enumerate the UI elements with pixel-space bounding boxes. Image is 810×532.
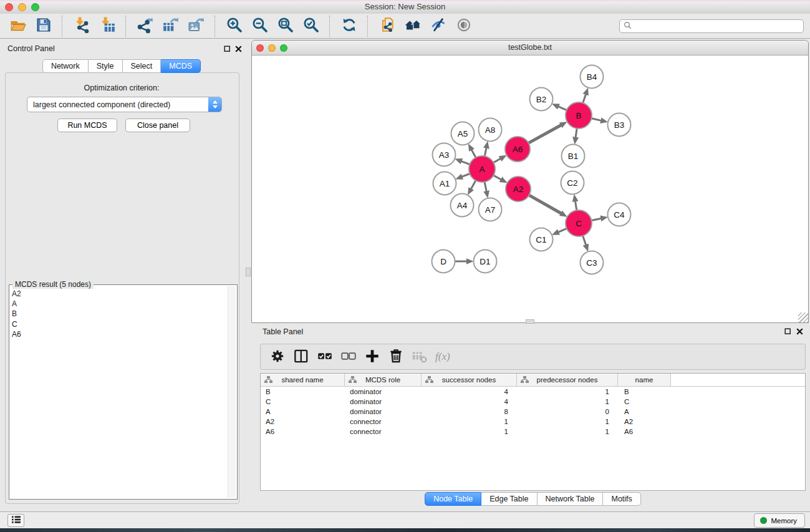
control-panel-float-button[interactable] [223, 45, 231, 54]
graph-node-A8[interactable]: A8 [479, 118, 502, 142]
refresh-button[interactable] [337, 16, 360, 37]
graph-edge-C-C2[interactable] [575, 201, 576, 210]
graph-node-A4[interactable]: A4 [451, 194, 474, 217]
table-settings-button[interactable] [266, 346, 289, 368]
export-table-button[interactable] [159, 16, 182, 37]
zoom-out-button[interactable] [248, 16, 271, 37]
run-mcds-button[interactable]: Run MCDS [57, 118, 117, 132]
graph-edge-A-A1[interactable] [462, 174, 470, 177]
graph-edge-A6-B[interactable] [529, 125, 561, 143]
tab-node-table[interactable]: Node Table [425, 492, 481, 506]
add-row-button[interactable] [360, 346, 384, 368]
mcds-result-item[interactable]: A6 [12, 329, 227, 339]
table-row[interactable]: A2connector11A2 [261, 417, 805, 427]
graph-edge-C-C4[interactable] [592, 218, 602, 220]
tab-network[interactable]: Network [42, 59, 89, 73]
graph-edge-A-A2[interactable] [493, 175, 501, 180]
memory-button[interactable]: Memory [754, 513, 805, 528]
graph-node-C[interactable]: C [566, 210, 592, 236]
graph-edge-C-C1[interactable] [558, 228, 567, 232]
graph-node-B1[interactable]: B1 [562, 145, 585, 168]
column-header-predecessor-nodes[interactable]: predecessor nodes [517, 374, 618, 387]
table-row[interactable]: Cdominator41C [261, 397, 805, 407]
network-canvas[interactable]: B4B2BB3A8A5A6A3B1AC2A1A2A4A7C4CC1DC3D1 [253, 56, 808, 322]
export-network-button[interactable] [133, 16, 157, 37]
graph-node-A3[interactable]: A3 [433, 143, 456, 167]
mcds-result-item[interactable]: C [12, 319, 227, 329]
export-image-button[interactable] [185, 16, 208, 37]
open-session-button[interactable] [6, 16, 29, 37]
optimization-criterion-dropdown[interactable]: largest connected component (directed) [27, 97, 222, 112]
zoom-fit-button[interactable] [274, 16, 297, 37]
table-row[interactable]: Adominator80A [261, 407, 805, 417]
table-panel-float-button[interactable] [783, 327, 792, 336]
show-graphics-button[interactable] [452, 16, 475, 37]
tab-network-table[interactable]: Network Table [538, 492, 604, 506]
tab-select[interactable]: Select [123, 59, 162, 73]
network-document-button[interactable] [375, 16, 398, 37]
graph-node-B3[interactable]: B3 [608, 114, 631, 137]
graph-edge-A2-C[interactable] [529, 195, 561, 213]
horizontal-splitter-handle[interactable] [526, 319, 534, 324]
search-box[interactable] [619, 19, 804, 33]
graph-edge-C-C3[interactable] [583, 236, 586, 245]
graph-edge-A-A4[interactable] [471, 180, 476, 189]
table-panel-close-button[interactable] [795, 327, 804, 336]
graph-edge-A-A3[interactable] [461, 161, 470, 164]
zoom-selected-button[interactable] [299, 16, 322, 37]
mcds-result-item[interactable]: A [12, 299, 227, 309]
graph-node-A2[interactable]: A2 [506, 177, 531, 201]
mcds-result-scrollbar[interactable] [228, 286, 236, 498]
graph-edge-A-A8[interactable] [485, 148, 486, 157]
graph-edge-B-B1[interactable] [576, 128, 577, 138]
import-network-button[interactable] [70, 16, 93, 37]
graph-edge-B-B3[interactable] [591, 118, 601, 121]
tab-mcds[interactable]: MCDS [161, 59, 201, 73]
graph-node-A[interactable]: A [469, 156, 495, 182]
tab-edge-table[interactable]: Edge Table [481, 492, 537, 506]
table-row[interactable]: Bdominator41B [261, 387, 805, 397]
zoom-in-button[interactable] [223, 16, 246, 37]
close-panel-button[interactable]: Close panel [125, 118, 190, 132]
graph-edge-B-B2[interactable] [558, 107, 567, 110]
home-button[interactable] [401, 16, 424, 37]
panel-columns-button[interactable] [289, 346, 313, 368]
hide-graphics-button[interactable] [427, 16, 450, 37]
mcds-result-item[interactable]: B [12, 309, 227, 319]
graph-node-D[interactable]: D [432, 250, 455, 273]
column-header-mcds-role[interactable]: MCDS role [345, 374, 422, 387]
control-panel-close-button[interactable] [234, 45, 243, 54]
graph-node-A1[interactable]: A1 [433, 172, 456, 195]
save-session-button[interactable] [32, 16, 55, 37]
vertical-splitter-handle[interactable] [246, 268, 251, 276]
delete-row-button[interactable] [384, 346, 408, 368]
select-all-button[interactable] [313, 346, 337, 368]
network-window-titlebar[interactable]: testGlobe.txt [252, 41, 808, 56]
graph-edge-A-A7[interactable] [485, 182, 486, 191]
graph-node-B4[interactable]: B4 [581, 65, 604, 89]
graph-edge-A-A6[interactable] [493, 158, 501, 163]
tab-style[interactable]: Style [89, 59, 123, 73]
tab-motifs[interactable]: Motifs [603, 492, 640, 506]
graph-edge-A-A5[interactable] [471, 150, 476, 158]
graph-node-D1[interactable]: D1 [474, 250, 497, 273]
graph-node-A7[interactable]: A7 [479, 198, 502, 221]
graph-node-C4[interactable]: C4 [608, 203, 631, 226]
import-table-button[interactable] [95, 16, 118, 37]
graph-node-A6[interactable]: A6 [505, 137, 530, 162]
search-input[interactable] [634, 21, 799, 31]
table-row[interactable]: A6connector11A6 [261, 427, 805, 437]
graph-node-A5[interactable]: A5 [451, 122, 475, 145]
column-header-name[interactable]: name [618, 374, 671, 387]
task-history-button[interactable] [7, 514, 24, 527]
mcds-result-item[interactable]: A2 [12, 289, 227, 299]
column-header-successor-nodes[interactable]: successor nodes [422, 374, 517, 387]
graph-node-C3[interactable]: C3 [581, 251, 604, 274]
graph-node-B2[interactable]: B2 [530, 88, 553, 111]
graph-node-B[interactable]: B [566, 102, 592, 128]
column-header-shared-name[interactable]: shared name [261, 374, 345, 387]
function-builder-button[interactable]: f(x) [435, 351, 450, 363]
window-resize-grip[interactable] [798, 312, 808, 322]
deselect-all-button[interactable] [337, 346, 360, 368]
graph-edge-B-B4[interactable] [583, 94, 586, 103]
